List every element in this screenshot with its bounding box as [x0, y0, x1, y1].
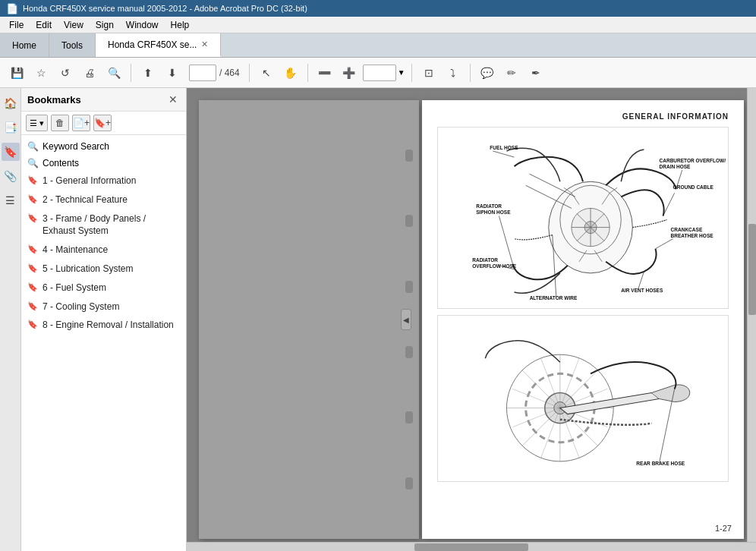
bookmark-label-3: 3 - Frame / Body Panels / Exhaust System — [43, 213, 180, 238]
bookmark-label-4: 4 - Maintenance — [43, 244, 108, 257]
label-alternator-wire: ALTERNATOR WIRE — [530, 295, 578, 301]
search-icon: 🔍 — [27, 141, 38, 152]
bookmarks-button[interactable]: 🔖 — [2, 143, 20, 161]
bookmark-label-1: 1 - General Information — [43, 175, 136, 187]
tab-home[interactable]: Home — [0, 33, 49, 57]
hand-tool-button[interactable]: ✋ — [280, 62, 301, 83]
bookmarks-header: Bookmarks ✕ — [21, 88, 186, 112]
main-area: 🏠 📑 🔖 📎 ☰ Bookmarks ✕ ☰ ▾ 🗑 📄+ 🔖+ 🔍 Keyw… — [0, 88, 756, 551]
menu-edit[interactable]: Edit — [30, 18, 58, 32]
menu-window[interactable]: Window — [120, 18, 165, 32]
bookmark-icon-8: 🔖 — [27, 320, 38, 329]
zoom-display: 49.1% ▼ — [363, 65, 405, 81]
bookmarks-options-button[interactable]: 🔖+ — [93, 115, 112, 131]
layers-button[interactable]: ☰ — [2, 191, 20, 209]
doc-vscroll-thumb[interactable] — [748, 224, 756, 315]
bookmark-icon-6: 🔖 — [27, 282, 38, 292]
separator-5 — [470, 64, 471, 82]
label-air-vent: AIR VENT HOSES — [621, 288, 663, 293]
keyword-search-item[interactable]: 🔍 Keyword Search — [21, 138, 186, 155]
label-fuel-hose: FUEL HOSE — [490, 145, 518, 150]
bookmark-item-2[interactable]: 🔖 2 - Technical Feature — [21, 190, 186, 209]
zoom-in-button[interactable]: ➕ — [339, 62, 360, 83]
find-button[interactable]: 🔍 — [103, 62, 124, 83]
page-header: GENERAL INFORMATION — [437, 112, 729, 121]
bookmark-item-1[interactable]: 🔖 1 - General Information — [21, 172, 186, 190]
cursor-tool-button[interactable]: ↖ — [256, 62, 277, 83]
bookmarks-delete-button[interactable]: 🗑 — [51, 115, 69, 131]
tab-document[interactable]: Honda CRF450X se... ✕ — [96, 33, 221, 57]
attachments-button[interactable]: 📎 — [2, 167, 20, 185]
prev-page-button[interactable]: ⬆ — [137, 62, 159, 83]
left-sidebar-icons: 🏠 📑 🔖 📎 ☰ — [0, 88, 21, 551]
label-carb-hose: CARBURETOR OVERFLOW/ — [660, 158, 726, 163]
panel-collapse-arrow[interactable]: ◀ — [401, 309, 411, 330]
zoom-out-button[interactable]: ➖ — [314, 62, 335, 83]
bookmark-icon-7: 🔖 — [27, 301, 38, 311]
home-panel-button[interactable]: 🏠 — [2, 94, 20, 112]
highlight-button[interactable]: ✏ — [501, 62, 522, 83]
bookmark-item-4[interactable]: 🔖 4 - Maintenance — [21, 241, 186, 260]
tab-tools[interactable]: Tools — [49, 33, 96, 57]
next-page-button[interactable]: ⬇ — [162, 62, 183, 83]
menu-help[interactable]: Help — [165, 18, 196, 32]
doc-hscroll-thumb[interactable] — [414, 543, 528, 551]
menu-view[interactable]: View — [58, 18, 90, 32]
window-title: Honda CRF450X service manual 2005-2012 -… — [23, 4, 307, 13]
svg-text:BREATHER HOSE: BREATHER HOSE — [671, 233, 714, 238]
page-hole-3 — [405, 281, 413, 293]
bookmark-item-7[interactable]: 🔖 7 - Cooling System — [21, 298, 186, 316]
bookmark-icon-3: 🔖 — [27, 213, 38, 223]
svg-text:OVERFLOW HOSE: OVERFLOW HOSE — [472, 263, 517, 269]
label-rear-brake: REAR BRAKE HOSE — [636, 461, 685, 466]
bookmark-item-6[interactable]: 🔖 6 - Fuel System — [21, 279, 186, 298]
bookmark-icon-1: 🔖 — [27, 175, 38, 185]
bookmarks-toolbar: ☰ ▾ 🗑 📄+ 🔖+ — [21, 112, 186, 135]
page-navigation: 31 / 464 — [189, 65, 240, 81]
print-button[interactable]: 🖨 — [79, 62, 100, 83]
bookmark-add-button[interactable]: ☆ — [30, 62, 52, 83]
separator-2 — [249, 64, 250, 82]
doc-horizontal-scrollbar[interactable] — [187, 542, 756, 551]
page-hole-4 — [405, 346, 413, 358]
toolbar: 💾 ☆ ↺ 🖨 🔍 ⬆ ⬇ 31 / 464 ↖ ✋ ➖ ➕ 49.1% ▼ ⊡… — [0, 58, 756, 88]
fit-page-button[interactable]: ⊡ — [418, 62, 439, 83]
separator-3 — [307, 64, 308, 82]
page-hole-2 — [405, 215, 413, 227]
contents-label: Contents — [43, 158, 79, 168]
separator-1 — [131, 64, 131, 82]
bookmark-item-8[interactable]: 🔖 8 - Engine Removal / Installation — [21, 316, 186, 335]
svg-line-8 — [493, 151, 514, 157]
share-button[interactable]: ↺ — [55, 62, 76, 83]
zoom-dropdown-button[interactable]: ▼ — [398, 68, 405, 77]
rotate-button[interactable]: ⤵ — [443, 62, 464, 83]
diagram-bottom-svg: REAR BRAKE HOSE — [438, 316, 728, 481]
comment-button[interactable]: 💬 — [477, 62, 498, 83]
document-area[interactable]: ◀ GENERAL INFORMATION — [187, 88, 756, 551]
tab-tools-label: Tools — [61, 40, 83, 51]
tab-bar: Home Tools Honda CRF450X se... ✕ — [0, 33, 756, 58]
contents-item[interactable]: 🔍 Contents — [21, 155, 186, 172]
bookmark-item-3[interactable]: 🔖 3 - Frame / Body Panels / Exhaust Syst… — [21, 209, 186, 241]
page-left — [199, 100, 419, 539]
page-number-input[interactable]: 31 — [189, 65, 216, 81]
bookmark-item-5[interactable]: 🔖 5 - Lubrication System — [21, 260, 186, 279]
page-footer: 1-27 — [715, 524, 732, 533]
sign-button[interactable]: ✒ — [525, 62, 547, 83]
doc-vertical-scrollbar[interactable] — [747, 88, 756, 542]
bookmark-label-7: 7 - Cooling System — [43, 301, 119, 313]
tab-home-label: Home — [12, 40, 36, 51]
bookmarks-view-dropdown[interactable]: ☰ ▾ — [26, 115, 48, 131]
zoom-input[interactable]: 49.1% — [363, 65, 396, 81]
menu-file[interactable]: File — [3, 18, 30, 32]
bookmark-label-2: 2 - Technical Feature — [43, 194, 128, 206]
bookmarks-panel: Bookmarks ✕ ☰ ▾ 🗑 📄+ 🔖+ 🔍 Keyword Search… — [21, 88, 187, 551]
page-total-label: / 464 — [219, 68, 240, 78]
tab-close-button[interactable]: ✕ — [201, 39, 208, 49]
separator-4 — [411, 64, 412, 82]
menu-sign[interactable]: Sign — [90, 18, 120, 32]
save-button[interactable]: 💾 — [6, 62, 27, 83]
bookmarks-close-button[interactable]: ✕ — [166, 93, 180, 106]
page-thumbnails-button[interactable]: 📑 — [2, 118, 20, 137]
bookmarks-new-button[interactable]: 📄+ — [72, 115, 90, 131]
